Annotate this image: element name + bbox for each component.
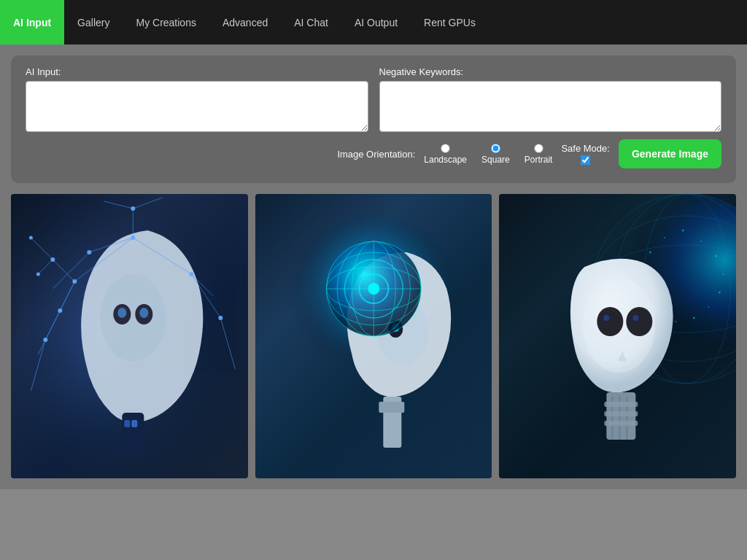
safe-mode-checkbox[interactable] <box>581 155 590 165</box>
svg-point-28 <box>58 308 62 313</box>
orientation-label: Image Orientation: <box>337 149 415 160</box>
negative-keywords-label: Negative Keywords: <box>379 66 722 77</box>
svg-point-29 <box>218 316 222 320</box>
orientation-radio-group: Landscape Square Portrait <box>424 144 552 165</box>
svg-point-24 <box>72 279 77 284</box>
landscape-option: Landscape <box>424 144 467 165</box>
gallery-item-1[interactable] <box>11 194 248 478</box>
svg-point-58 <box>701 241 703 242</box>
svg-point-26 <box>189 272 193 276</box>
svg-rect-35 <box>124 420 130 427</box>
svg-point-1 <box>100 274 166 362</box>
robot-image-2 <box>255 194 492 478</box>
svg-point-51 <box>368 283 379 295</box>
svg-point-30 <box>131 206 135 211</box>
svg-point-55 <box>649 252 651 254</box>
negative-keywords-group: Negative Keywords: <box>379 66 722 132</box>
negative-keywords-textarea[interactable] <box>379 81 722 132</box>
svg-rect-83 <box>605 402 638 407</box>
square-option: Square <box>481 144 510 165</box>
landscape-radio[interactable] <box>441 144 450 153</box>
robot-svg-1 <box>11 194 248 478</box>
svg-point-78 <box>633 315 639 321</box>
square-label: Square <box>481 155 510 165</box>
nav-item-advanced[interactable]: Advanced <box>209 0 281 44</box>
robot-image-1 <box>11 194 248 478</box>
svg-point-75 <box>597 307 624 336</box>
robot-svg-3 <box>499 194 736 478</box>
image-gallery <box>11 194 736 478</box>
svg-point-64 <box>676 321 677 322</box>
svg-rect-84 <box>605 411 638 416</box>
svg-rect-34 <box>122 413 144 456</box>
portrait-label: Portrait <box>525 155 553 165</box>
square-radio[interactable] <box>491 144 500 153</box>
svg-point-59 <box>715 255 717 257</box>
svg-point-23 <box>131 236 135 240</box>
robot-svg-2 <box>255 194 492 478</box>
input-panel: AI Input: Negative Keywords: Image Orien… <box>11 55 736 183</box>
svg-rect-53 <box>379 402 404 413</box>
portrait-radio[interactable] <box>534 144 543 153</box>
svg-rect-85 <box>605 421 638 426</box>
svg-point-62 <box>708 306 710 308</box>
nav-item-ai-output[interactable]: AI Output <box>341 0 411 44</box>
svg-point-57 <box>682 230 684 232</box>
ai-input-label: AI Input: <box>26 66 368 77</box>
generate-image-button[interactable]: Generate Image <box>619 139 721 168</box>
robot-image-3 <box>499 194 736 478</box>
svg-point-31 <box>50 257 55 262</box>
nav-item-ai-chat[interactable]: AI Chat <box>281 0 341 44</box>
controls-row: Image Orientation: Landscape Square Port… <box>26 139 721 168</box>
svg-point-76 <box>627 307 653 336</box>
gallery-item-2[interactable] <box>255 194 492 478</box>
ai-input-group: AI Input: <box>26 66 368 132</box>
svg-point-56 <box>665 237 666 238</box>
main-area: AI Input: Negative Keywords: Image Orien… <box>0 44 747 489</box>
input-row: AI Input: Negative Keywords: <box>26 66 721 132</box>
svg-rect-36 <box>131 420 137 427</box>
svg-point-25 <box>87 250 91 254</box>
ai-input-textarea[interactable] <box>26 81 368 132</box>
nav-item-ai-input[interactable]: AI Input <box>0 0 64 44</box>
svg-point-63 <box>693 317 695 319</box>
nav-item-my-creations[interactable]: My Creations <box>123 0 209 44</box>
nav-item-gallery[interactable]: Gallery <box>64 0 123 44</box>
svg-point-77 <box>604 315 610 321</box>
safe-mode-group: Safe Mode: <box>561 143 610 165</box>
svg-point-61 <box>719 292 721 294</box>
svg-point-33 <box>36 273 40 276</box>
svg-point-60 <box>723 273 724 275</box>
main-nav: AI Input Gallery My Creations Advanced A… <box>0 0 747 44</box>
svg-point-5 <box>139 308 148 318</box>
safe-mode-label: Safe Mode: <box>561 143 610 154</box>
portrait-option: Portrait <box>525 144 553 165</box>
landscape-label: Landscape <box>424 155 467 165</box>
nav-item-rent-gpus[interactable]: Rent GPUs <box>411 0 489 44</box>
svg-point-27 <box>43 338 47 342</box>
svg-point-4 <box>117 308 126 318</box>
gallery-item-3[interactable] <box>499 194 736 478</box>
svg-point-32 <box>29 236 33 240</box>
